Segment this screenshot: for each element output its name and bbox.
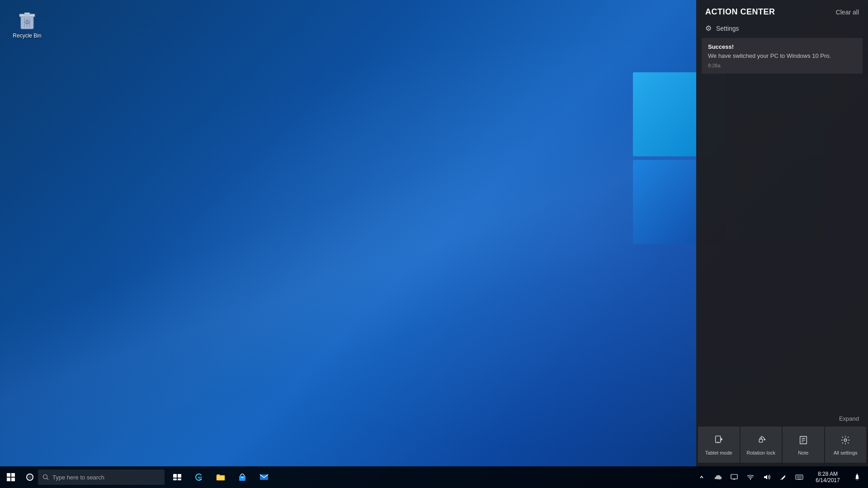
svg-rect-30 xyxy=(241,477,244,478)
all-settings-label: All settings xyxy=(834,450,858,456)
onedrive-icon[interactable] xyxy=(710,466,726,488)
show-hidden-icons-button[interactable] xyxy=(693,466,710,488)
mail-button[interactable] xyxy=(253,466,275,488)
svg-text:♻: ♻ xyxy=(24,19,30,26)
svg-point-8 xyxy=(717,441,718,442)
store-button[interactable] xyxy=(231,466,253,488)
recycle-bin-icon[interactable]: ♻ Recycle Bin xyxy=(9,9,45,39)
expand-row[interactable]: Expand xyxy=(696,413,868,425)
clock-date: 6/14/2017 xyxy=(816,477,840,483)
file-explorer-button[interactable] xyxy=(210,466,231,488)
clock-area[interactable]: 8:28 AM 6/14/2017 xyxy=(807,466,848,488)
pen-icon[interactable] xyxy=(775,466,791,488)
svg-rect-18 xyxy=(7,478,10,481)
tablet-mode-icon xyxy=(714,435,724,447)
search-placeholder: Type here to search xyxy=(52,474,104,481)
rotation-lock-icon xyxy=(756,435,766,447)
expand-label: Expand xyxy=(839,415,859,422)
taskbar-left: Type here to search xyxy=(0,466,275,488)
tablet-mode-button[interactable]: Tablet mode xyxy=(698,427,740,463)
clock-time: 8:28 AM xyxy=(818,471,838,477)
svg-point-15 xyxy=(844,439,847,441)
taskbar: Type here to search xyxy=(0,466,868,488)
svg-rect-37 xyxy=(796,475,803,479)
svg-rect-27 xyxy=(178,479,181,480)
all-settings-icon xyxy=(840,435,850,447)
note-button[interactable]: Note xyxy=(783,427,824,463)
svg-rect-28 xyxy=(217,475,225,480)
desktop: ♻ Recycle Bin ACTION CENTER Clear all ⚙ … xyxy=(0,0,868,488)
rotation-lock-button[interactable]: Rotation lock xyxy=(741,427,782,463)
rotation-lock-label: Rotation lock xyxy=(746,450,775,456)
display-icon[interactable] xyxy=(726,466,742,488)
search-bar[interactable]: Type here to search xyxy=(38,469,165,485)
recycle-bin-label: Recycle Bin xyxy=(13,33,41,39)
notification-body: We have switched your PC to Windows 10 P… xyxy=(708,52,856,60)
search-cortana-icon[interactable] xyxy=(22,466,38,488)
notification-title: Success! xyxy=(708,43,856,50)
svg-point-21 xyxy=(28,475,32,479)
notification-item[interactable]: Success! We have switched your PC to Win… xyxy=(702,38,863,74)
action-center-spacer xyxy=(696,77,868,413)
action-center-title: ACTION CENTER xyxy=(705,7,775,17)
task-view-button[interactable] xyxy=(166,466,188,488)
svg-point-35 xyxy=(750,479,751,480)
settings-label: Settings xyxy=(716,25,739,32)
edge-button[interactable] xyxy=(188,466,210,488)
tray-icons xyxy=(693,466,807,488)
svg-rect-10 xyxy=(760,439,763,442)
tablet-mode-label: Tablet mode xyxy=(705,450,732,456)
svg-rect-17 xyxy=(11,473,15,477)
svg-line-36 xyxy=(780,479,781,480)
notification-center-button[interactable] xyxy=(848,466,866,488)
svg-rect-29 xyxy=(239,476,245,481)
settings-icon: ⚙ xyxy=(705,24,712,33)
clear-all-button[interactable]: Clear all xyxy=(836,9,859,16)
svg-rect-25 xyxy=(178,474,181,478)
wifi-icon[interactable] xyxy=(742,466,759,488)
svg-rect-16 xyxy=(7,473,10,477)
svg-rect-19 xyxy=(11,478,15,481)
start-button[interactable] xyxy=(0,466,22,488)
action-center-header: ACTION CENTER Clear all xyxy=(696,0,868,21)
note-icon xyxy=(798,435,808,447)
keyboard-icon[interactable] xyxy=(791,466,807,488)
taskbar-tray: 8:28 AM 6/14/2017 xyxy=(693,466,868,488)
recycle-bin-graphic: ♻ xyxy=(16,9,38,31)
svg-point-22 xyxy=(43,475,47,479)
notification-time: 8:28a xyxy=(708,63,856,68)
svg-rect-26 xyxy=(173,479,177,480)
svg-line-23 xyxy=(47,479,49,480)
note-label: Note xyxy=(798,450,808,456)
action-center-panel: ACTION CENTER Clear all ⚙ Settings Succe… xyxy=(696,0,868,466)
svg-rect-24 xyxy=(173,474,177,478)
svg-rect-32 xyxy=(731,474,737,479)
svg-rect-2 xyxy=(24,13,30,15)
all-settings-button[interactable]: All settings xyxy=(825,427,867,463)
volume-icon[interactable] xyxy=(759,466,775,488)
settings-row[interactable]: ⚙ Settings xyxy=(696,21,868,38)
quick-actions-grid: Tablet mode Rotation lock xyxy=(696,425,868,466)
